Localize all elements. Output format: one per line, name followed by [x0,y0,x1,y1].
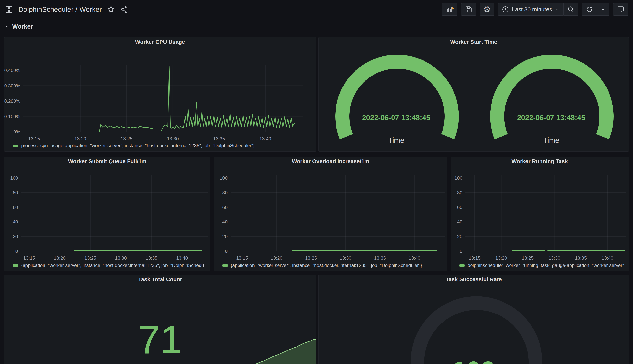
svg-text:40: 40 [13,219,18,224]
svg-text:80: 80 [457,190,462,195]
svg-text:13:20: 13:20 [54,256,66,261]
svg-text:60: 60 [222,205,228,210]
time-range-picker[interactable]: Last 30 minutes [498,3,563,16]
svg-text:13:35: 13:35 [146,256,157,261]
legend-item[interactable]: dolphinscheduler_worker_running_task_gau… [459,263,626,268]
row-toggle-worker[interactable]: Worker [5,21,33,32]
star-icon[interactable] [107,5,115,14]
svg-text:13:25: 13:25 [522,256,534,261]
svg-text:13:30: 13:30 [548,256,560,261]
running-task-chart[interactable]: 13:1513:2013:2513:3013:3513:400204060801… [451,157,629,272]
panel-task-successful-rate: Task Successful Rate 100 [318,274,629,364]
svg-text:20: 20 [457,234,462,239]
svg-text:0: 0 [225,248,228,254]
svg-text:80: 80 [13,190,18,195]
svg-text:13:25: 13:25 [305,256,317,261]
gauge-worker-1: 2022-06-07 13:48:45 Time [319,38,474,152]
time-range-label: Last 30 minutes [512,6,552,13]
legend-color-chip [13,144,18,147]
svg-text:40: 40 [222,219,228,224]
svg-text:13:20: 13:20 [495,256,507,261]
panel-worker-submit-queue-full: Worker Submit Queue Full/1m 13:1513:2013… [4,156,210,272]
legend-item[interactable]: {application="worker-server", instance="… [13,263,207,268]
svg-text:0.200%: 0.200% [4,98,20,104]
dashboard-settings-button[interactable]: ⚙ [480,3,495,16]
zoom-out-time-button[interactable] [563,3,578,16]
svg-text:13:30: 13:30 [115,256,127,261]
svg-text:60: 60 [457,205,462,210]
svg-text:100: 100 [10,175,18,181]
svg-text:20: 20 [222,234,228,239]
svg-text:0.300%: 0.300% [4,83,20,88]
svg-text:13:25: 13:25 [84,256,96,261]
breadcrumb[interactable]: DolphinScheduler / Worker [19,6,102,13]
gauge-value: 2022-06-07 13:48:45 [319,114,474,122]
svg-text:60: 60 [13,205,18,210]
panel-worker-running-task: Worker Running Task 13:1513:2013:2513:30… [451,156,629,272]
svg-text:13:25: 13:25 [121,136,132,141]
legend-item[interactable]: {application="worker-server", instance="… [223,263,445,268]
svg-text:0: 0 [460,248,462,254]
svg-text:13:15: 13:15 [23,256,35,261]
chevron-down-icon [600,7,606,12]
svg-text:0.400%: 0.400% [4,68,20,73]
gauge-label: Time [319,136,474,144]
overload-chart[interactable]: 13:1513:2013:2513:3013:3513:400204060801… [214,157,448,272]
svg-text:13:30: 13:30 [340,256,351,261]
share-icon[interactable] [120,5,128,14]
time-range-group: Last 30 minutes [498,3,578,16]
search-minus-icon [567,6,575,13]
monitor-icon [617,6,624,13]
svg-text:13:20: 13:20 [271,256,282,261]
tv-mode-button[interactable] [613,3,628,16]
stat-value[interactable]: 100 [319,358,629,364]
panel-worker-cpu-usage: Worker CPU Usage 13:1513:2013:2513:3013:… [4,37,316,152]
svg-text:13:35: 13:35 [374,256,386,261]
cpu-usage-chart[interactable]: 13:1513:2013:2513:3013:3513:400%0.100%0.… [4,38,316,152]
svg-text:13:35: 13:35 [575,256,587,261]
legend-color-chip [223,264,228,266]
panel-worker-start-time: Worker Start Time 2022-06-07 13:48:45 Ti… [318,37,629,152]
svg-text:0: 0 [16,248,18,254]
svg-text:0%: 0% [13,129,20,134]
legend-color-chip [459,264,465,266]
legend-color-chip [13,264,18,266]
gear-icon: ⚙ [484,5,491,14]
save-dashboard-button[interactable] [461,3,476,16]
svg-text:80: 80 [222,190,228,195]
svg-text:100: 100 [220,175,228,181]
stat-value[interactable]: 71 [4,320,316,360]
task-rate-gauge[interactable] [319,275,629,364]
add-panel-button[interactable] [442,3,457,16]
nav-bar: DolphinScheduler / Worker [0,0,633,19]
clock-icon [502,6,509,13]
chevron-down-icon [555,7,560,12]
gauge-label: Time [474,136,629,144]
svg-text:13:40: 13:40 [176,256,188,261]
refresh-interval-dropdown[interactable] [596,3,609,16]
legend-item[interactable]: process_cpu_usage{application="worker-se… [13,143,313,148]
svg-text:13:15: 13:15 [28,136,40,141]
svg-text:13:30: 13:30 [167,136,179,141]
svg-text:100: 100 [455,175,462,181]
gauge-value: 2022-06-07 13:48:45 [474,114,629,122]
panel-task-total-count: Task Total Count 71 [4,274,316,364]
panel-worker-overload-increase: Worker Overload Increase/1m 13:1513:2013… [214,156,448,272]
refresh-group [582,3,609,16]
svg-text:13:15: 13:15 [236,256,248,261]
svg-text:13:40: 13:40 [260,136,271,141]
gauge-worker-2: 2022-06-07 13:48:45 Time [474,38,629,152]
svg-text:13:20: 13:20 [75,136,86,141]
svg-text:0.100%: 0.100% [4,114,20,119]
refresh-icon [586,6,593,13]
svg-text:13:40: 13:40 [408,256,420,261]
apps-grid-icon[interactable] [5,5,13,14]
refresh-button[interactable] [582,3,596,16]
row-title: Worker [12,23,33,30]
submit-queue-chart[interactable]: 13:1513:2013:2513:3013:3513:400204060801… [4,157,210,272]
chevron-down-icon [5,24,10,29]
svg-text:20: 20 [13,234,18,239]
svg-text:13:15: 13:15 [469,256,481,261]
svg-text:13:40: 13:40 [602,256,613,261]
svg-text:13:35: 13:35 [213,136,225,141]
